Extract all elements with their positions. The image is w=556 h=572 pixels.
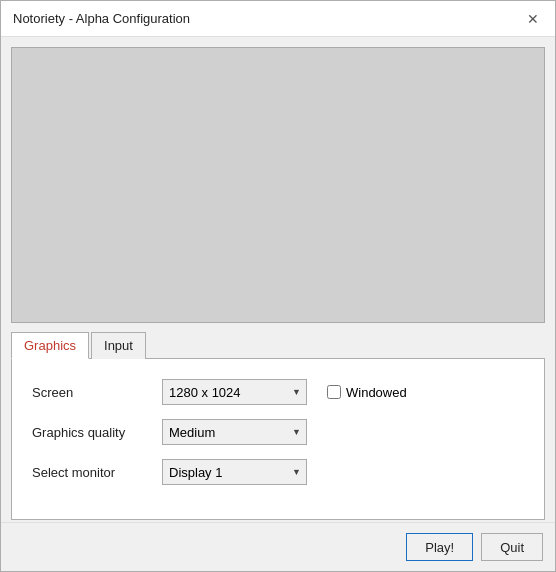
close-button[interactable]: ✕ [523,9,543,29]
tab-input[interactable]: Input [91,332,146,359]
quality-label: Graphics quality [32,425,162,440]
tabs-container: Graphics Input Screen 1280 x 1024 1920 x… [11,331,545,520]
windowed-checkbox[interactable] [327,385,341,399]
monitor-select-wrapper: Display 1 Display 2 [162,459,307,485]
tab-content-graphics: Screen 1280 x 1024 1920 x 1080 800 x 600… [11,359,545,520]
footer: Play! Quit [1,522,555,571]
screen-row: Screen 1280 x 1024 1920 x 1080 800 x 600… [32,379,524,405]
play-button[interactable]: Play! [406,533,473,561]
windowed-checkbox-group: Windowed [327,385,407,400]
screen-select-wrapper: 1280 x 1024 1920 x 1080 800 x 600 [162,379,307,405]
quit-button[interactable]: Quit [481,533,543,561]
quality-select-wrapper: Low Medium High [162,419,307,445]
windowed-label: Windowed [346,385,407,400]
app-window: Notoriety - Alpha Configuration ✕ Graphi… [0,0,556,572]
monitor-row: Select monitor Display 1 Display 2 [32,459,524,485]
quality-row: Graphics quality Low Medium High [32,419,524,445]
screen-label: Screen [32,385,162,400]
window-title: Notoriety - Alpha Configuration [13,11,190,26]
screen-select[interactable]: 1280 x 1024 1920 x 1080 800 x 600 [162,379,307,405]
tab-graphics[interactable]: Graphics [11,332,89,359]
monitor-label: Select monitor [32,465,162,480]
preview-area [11,47,545,323]
title-bar: Notoriety - Alpha Configuration ✕ [1,1,555,37]
monitor-select[interactable]: Display 1 Display 2 [162,459,307,485]
tabs: Graphics Input [11,331,545,359]
quality-select[interactable]: Low Medium High [162,419,307,445]
